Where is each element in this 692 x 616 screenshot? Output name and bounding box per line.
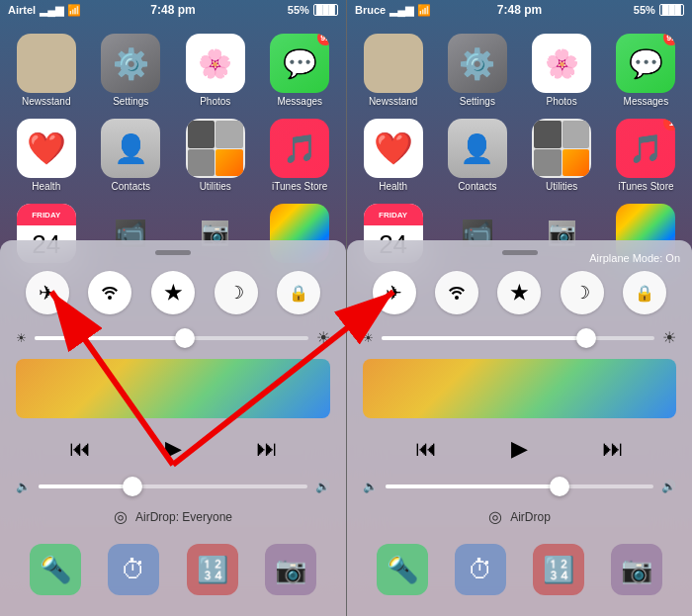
wifi-button[interactable]: [88, 271, 131, 314]
volume-thumb[interactable]: [123, 477, 142, 496]
right-photos-label: Photos: [547, 96, 577, 107]
app-messages[interactable]: 💬 92 Messages: [258, 28, 343, 113]
brightness-thumb[interactable]: [175, 328, 195, 348]
right-messages-icon[interactable]: 💬 92: [616, 34, 675, 93]
rotation-lock-button[interactable]: 🔒: [277, 271, 320, 314]
right-newsstand-icon[interactable]: [364, 34, 423, 93]
right-itunes-badge: 1: [663, 119, 675, 131]
right-brightness-thumb[interactable]: [576, 328, 596, 348]
app-newsstand[interactable]: Newsstand: [4, 28, 89, 113]
right-airdrop-label: AirDrop: [510, 510, 551, 524]
utilities-label: Utilities: [200, 181, 231, 192]
right-app-itunes[interactable]: 🎵 1 iTunes Store: [604, 113, 688, 198]
messages-badge: 92: [317, 34, 329, 45]
right-settings-icon[interactable]: ⚙️: [448, 34, 507, 93]
airplane-mode-button[interactable]: ✈: [26, 271, 69, 314]
right-status-bar: Bruce ▂▄▆ 📶 7:48 pm 55% ███: [347, 0, 692, 20]
right-app-contacts[interactable]: 👤 Contacts: [435, 113, 519, 198]
play-button[interactable]: ▶: [157, 432, 190, 466]
right-app-utilities[interactable]: Utilities: [520, 113, 604, 198]
right-brightness-row: ☀ ☀: [363, 326, 676, 349]
do-not-disturb-button[interactable]: ☽: [215, 271, 258, 314]
right-contacts-icon[interactable]: 👤: [448, 119, 507, 178]
right-calculator-icon: 🔢: [543, 555, 574, 585]
calculator-button[interactable]: 🔢: [187, 544, 238, 595]
right-battery-label: 55%: [634, 4, 655, 16]
right-panel: Bruce ▂▄▆ 📶 7:48 pm 55% ███: [346, 0, 692, 616]
right-dnd-button[interactable]: ☽: [561, 271, 604, 314]
timer-button[interactable]: ⏱: [108, 544, 159, 595]
right-wifi-button[interactable]: [435, 271, 478, 314]
fast-forward-button[interactable]: ⏭: [248, 432, 286, 466]
wifi-icon: [98, 280, 122, 306]
right-brightness-fill: [382, 336, 586, 340]
airdrop-row[interactable]: ◎ AirDrop: Everyone: [16, 503, 330, 530]
volume-low-icon: 🔈: [16, 480, 31, 493]
itunes-inner: 🎵: [270, 119, 329, 178]
right-control-center: Airplane Mode: On ✈ ★ ☽ 🔒: [347, 240, 692, 616]
right-camera-quick-button[interactable]: 📷: [611, 544, 662, 595]
utilities-icon[interactable]: [186, 119, 245, 178]
newsstand-icon[interactable]: [17, 34, 76, 93]
status-right: 55% ███: [288, 4, 338, 16]
right-timer-button[interactable]: ⏱: [455, 544, 506, 595]
right-flashlight-button[interactable]: 🔦: [377, 544, 428, 595]
right-photos-icon[interactable]: 🌸: [532, 34, 591, 93]
app-itunes[interactable]: 🎵 iTunes Store: [258, 113, 343, 198]
itunes-icon[interactable]: 🎵: [270, 119, 329, 178]
right-contacts-label: Contacts: [458, 181, 496, 192]
app-contacts[interactable]: 👤 Contacts: [89, 113, 174, 198]
right-rewind-button[interactable]: ⏮: [407, 432, 445, 466]
contacts-icon[interactable]: 👤: [101, 119, 160, 178]
right-airdrop-icon: ◎: [488, 507, 502, 526]
right-airplane-mode-button[interactable]: ✈: [373, 271, 416, 314]
camera-quick-button[interactable]: 📷: [265, 544, 316, 595]
app-health[interactable]: ❤️ Health: [4, 113, 89, 198]
contacts-label: Contacts: [112, 181, 150, 192]
bluetooth-button[interactable]: ★: [151, 271, 195, 314]
right-music-controls: ⏮ ▶ ⏭: [363, 428, 676, 470]
right-calculator-button[interactable]: 🔢: [533, 544, 584, 595]
app-photos[interactable]: 🌸 Photos: [173, 28, 258, 113]
right-utilities-icon[interactable]: [532, 119, 591, 178]
app-utilities[interactable]: Utilities: [173, 113, 258, 198]
right-health-icon[interactable]: ❤️: [364, 119, 423, 178]
right-app-health[interactable]: ❤️ Health: [351, 113, 435, 198]
photos-label: Photos: [200, 96, 230, 107]
right-app-messages[interactable]: 💬 92 Messages: [604, 28, 688, 113]
status-left: Airtel ▂▄▆ 📶: [8, 4, 81, 17]
flashlight-button[interactable]: 🔦: [30, 544, 81, 595]
right-rotation-button[interactable]: 🔒: [623, 271, 666, 314]
right-app-newsstand[interactable]: Newsstand: [351, 28, 435, 113]
volume-track[interactable]: [39, 484, 307, 488]
right-itunes-icon[interactable]: 🎵 1: [616, 119, 675, 178]
right-wifi-icon: [445, 280, 469, 306]
right-volume-track[interactable]: [386, 484, 653, 488]
brightness-track[interactable]: [35, 336, 308, 340]
app-settings[interactable]: ⚙️ Settings: [89, 28, 174, 113]
right-ff-button[interactable]: ⏭: [594, 432, 632, 466]
photos-icon[interactable]: 🌸: [186, 34, 245, 93]
right-volume-high: 🔊: [661, 480, 676, 493]
right-brightness-track[interactable]: [382, 336, 654, 340]
music-controls: ⏮ ▶ ⏭: [16, 428, 330, 470]
right-newsstand-label: Newsstand: [369, 96, 417, 107]
right-bluetooth-button[interactable]: ★: [497, 271, 541, 314]
right-play-button[interactable]: ▶: [503, 432, 536, 466]
right-settings-inner: ⚙️: [448, 34, 507, 93]
right-rotation-icon: 🔒: [635, 284, 654, 303]
right-cc-toggles-row: ✈ ★ ☽ 🔒: [363, 267, 676, 318]
rewind-button[interactable]: ⏮: [61, 432, 99, 466]
airdrop-label: AirDrop: Everyone: [135, 510, 232, 524]
right-airdrop-row[interactable]: ◎ AirDrop: [363, 503, 676, 530]
cc-gradient: [16, 359, 330, 418]
messages-icon[interactable]: 💬 92: [270, 34, 329, 93]
messages-label: Messages: [277, 96, 322, 107]
health-icon[interactable]: ❤️: [17, 119, 76, 178]
right-volume-thumb[interactable]: [550, 477, 569, 496]
right-app-settings[interactable]: ⚙️ Settings: [435, 28, 519, 113]
right-status-left: Bruce ▂▄▆ 📶: [355, 4, 431, 17]
right-signal-icon: ▂▄▆: [389, 4, 413, 17]
settings-icon[interactable]: ⚙️: [101, 34, 160, 93]
right-app-photos[interactable]: 🌸 Photos: [520, 28, 604, 113]
